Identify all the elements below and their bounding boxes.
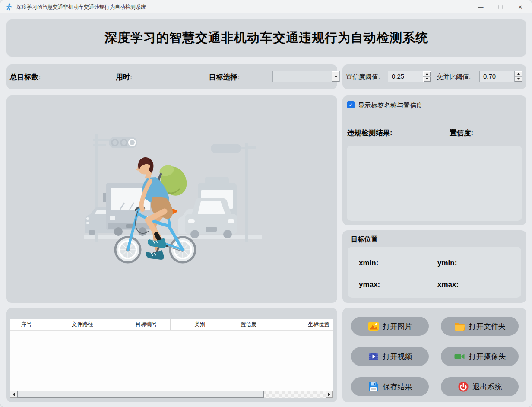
xmax-label: xmax: <box>437 280 459 289</box>
camera-icon <box>454 351 465 362</box>
column-header-index[interactable]: 序号 <box>10 319 43 330</box>
iou-threshold-spinbox[interactable]: 0.70 <box>479 71 522 82</box>
close-button[interactable]: ✕ <box>510 0 530 13</box>
scrollbar-track[interactable] <box>17 391 326 398</box>
open-folder-button[interactable]: 打开文件夹 <box>441 317 519 336</box>
power-icon <box>458 381 469 392</box>
spin-up-button[interactable] <box>515 71 522 76</box>
ymin-label: ymin: <box>437 259 457 267</box>
spin-up-icon <box>426 73 428 75</box>
video-icon <box>368 351 379 362</box>
coordinates-box: xmin: ymin: ymax: xmax: <box>348 247 521 298</box>
total-targets-label: 总目标数: <box>10 73 41 82</box>
spin-down-icon <box>426 78 428 80</box>
target-position-title: 目标位置 <box>351 235 378 244</box>
open-image-button[interactable]: 打开图片 <box>351 317 429 336</box>
violation-results-text <box>347 146 522 154</box>
maximize-icon <box>498 5 503 9</box>
target-position-panel: 目标位置 xmin: ymin: ymax: xmax: <box>342 230 526 303</box>
maximize-button[interactable] <box>491 0 510 13</box>
open-camera-button[interactable]: 打开摄像头 <box>441 347 519 366</box>
scrollbar-thumb[interactable] <box>17 391 264 398</box>
threshold-bar: 置信度阈值: 0.25 交并比阈值: 0.70 <box>342 64 526 89</box>
column-header-target-id[interactable]: 目标编号 <box>122 319 171 330</box>
button-label: 打开图片 <box>383 321 412 331</box>
open-video-button[interactable]: 打开视频 <box>351 347 429 366</box>
save-icon <box>368 381 379 392</box>
results-table-panel: 序号 文件路径 目标编号 类别 置信度 坐标位置 <box>6 308 337 402</box>
ymax-label: ymax: <box>359 280 380 289</box>
elapsed-time-label: 用时: <box>116 73 133 82</box>
confidence-threshold-value: 0.25 <box>388 71 423 82</box>
button-label: 打开文件夹 <box>469 321 506 331</box>
spin-down-button[interactable] <box>423 76 431 82</box>
violation-result-label: 违规检测结果: <box>347 128 393 138</box>
scroll-left-icon <box>13 393 15 396</box>
spin-down-button[interactable] <box>515 76 522 82</box>
confidence-label: 置信度: <box>450 128 473 138</box>
page-title: 深度学习的智慧交通非机动车交通违规行为自动检测系统 <box>6 19 526 57</box>
info-bar: 总目标数: 用时: 目标选择: <box>6 64 337 89</box>
show-labels-checkbox[interactable]: ✓ <box>347 101 355 108</box>
app-icon <box>5 3 13 11</box>
confidence-threshold-spinbox[interactable]: 0.25 <box>388 71 431 82</box>
window-title: 深度学习的智慧交通非机动车交通违规行为自动检测系统 <box>16 3 146 11</box>
chevron-down-icon <box>334 76 338 78</box>
target-select-combobox[interactable] <box>272 71 340 82</box>
target-select-label: 目标选择: <box>209 73 240 82</box>
column-header-coordinates[interactable]: 坐标位置 <box>268 319 333 330</box>
check-icon: ✓ <box>348 102 353 108</box>
exit-system-button[interactable]: 退出系统 <box>441 377 519 396</box>
app-window: 深度学习的智慧交通非机动车交通违规行为自动检测系统 — ✕ 深度学习的智慧交通非… <box>0 0 532 407</box>
button-label: 保存结果 <box>383 382 412 392</box>
column-header-category[interactable]: 类别 <box>171 319 229 330</box>
button-label: 打开摄像头 <box>469 352 506 362</box>
horizontal-scrollbar[interactable] <box>10 391 333 398</box>
spin-up-icon <box>517 73 520 75</box>
confidence-threshold-label: 置信度阈值: <box>346 73 380 81</box>
table-header-row: 序号 文件路径 目标编号 类别 置信度 坐标位置 <box>10 319 333 331</box>
titlebar: 深度学习的智慧交通非机动车交通违规行为自动检测系统 — ✕ <box>0 0 532 13</box>
header-panel: 深度学习的智慧交通非机动车交通违规行为自动检测系统 <box>6 19 526 57</box>
spin-down-icon <box>517 78 520 80</box>
detection-panel: ✓ 显示标签名称与置信度 违规检测结果: 置信度: <box>342 95 526 225</box>
placeholder-illustration <box>78 128 268 271</box>
minimize-button[interactable]: — <box>471 0 491 13</box>
button-label: 退出系统 <box>473 382 502 392</box>
results-table: 序号 文件路径 目标编号 类别 置信度 坐标位置 <box>10 319 333 398</box>
image-icon <box>368 321 379 332</box>
save-results-button[interactable]: 保存结果 <box>351 377 429 396</box>
target-select-value <box>273 71 332 82</box>
column-header-confidence[interactable]: 置信度 <box>229 319 268 330</box>
iou-threshold-value: 0.70 <box>480 71 514 82</box>
combobox-dropdown-button[interactable] <box>332 71 339 82</box>
confidence-spin-buttons <box>423 71 431 82</box>
column-header-filepath[interactable]: 文件路径 <box>43 319 122 330</box>
window-controls: — ✕ <box>471 0 530 13</box>
action-buttons-panel: 打开图片 打开文件夹 <box>342 308 526 402</box>
spin-up-button[interactable] <box>423 71 431 76</box>
iou-threshold-label: 交并比阈值: <box>437 73 471 81</box>
xmin-label: xmin: <box>359 259 378 267</box>
show-labels-checkbox-label[interactable]: 显示标签名称与置信度 <box>358 102 423 110</box>
iou-spin-buttons <box>514 71 522 82</box>
scroll-left-button[interactable] <box>10 391 17 398</box>
image-display-panel <box>6 95 337 303</box>
violation-results-box <box>347 146 522 221</box>
folder-icon <box>454 321 465 332</box>
button-label: 打开视频 <box>383 352 412 362</box>
scroll-right-button[interactable] <box>326 391 333 398</box>
table-body <box>10 331 333 383</box>
scroll-right-icon <box>328 393 330 396</box>
